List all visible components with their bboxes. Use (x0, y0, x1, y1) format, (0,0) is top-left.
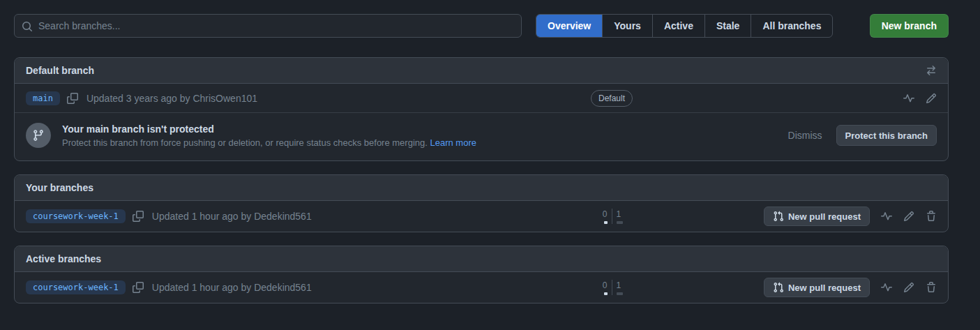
tab-yours[interactable]: Yours (602, 15, 652, 37)
rename-branch-pencil-icon[interactable] (926, 93, 937, 104)
ahead-count: 1 (617, 280, 621, 291)
your-branches-card: Your branches coursework-week-1 Updated … (14, 174, 949, 232)
copy-branch-name-button[interactable] (133, 282, 144, 293)
rename-branch-pencil-icon[interactable] (903, 211, 914, 222)
default-badge: Default (591, 90, 633, 107)
active-branches-header: Active branches (15, 246, 948, 272)
protect-branch-button[interactable]: Protect this branch (836, 125, 937, 146)
copy-branch-name-button[interactable] (133, 211, 144, 222)
activity-icon[interactable] (881, 282, 892, 293)
git-branch-icon (26, 123, 51, 148)
copy-icon (133, 282, 144, 293)
default-branch-header: Default branch (15, 58, 948, 84)
activity-icon[interactable] (903, 93, 914, 104)
notice-title: Your main branch isn't protected (62, 123, 476, 135)
branch-row-coursework: coursework-week-1 Updated 1 hour ago by … (15, 201, 948, 232)
learn-more-link[interactable]: Learn more (430, 137, 476, 148)
behind-count: 0 (603, 209, 608, 220)
ahead-count: 1 (617, 209, 621, 220)
behind-bar (604, 221, 608, 224)
git-pull-request-icon (773, 282, 784, 293)
branch-updated-meta: Updated 1 hour ago by Dedekind561 (152, 282, 312, 293)
ahead-behind-widget: 0 1 (596, 280, 628, 295)
delete-branch-trash-icon[interactable] (926, 211, 937, 222)
active-branches-card: Active branches coursework-week-1 Update… (14, 246, 949, 303)
default-branch-card: Default branch main Updated 3 years ago … (14, 57, 949, 161)
ahead-bar (617, 292, 623, 295)
branch-filter-tabs: Overview Yours Active Stale All branches (536, 14, 833, 38)
notice-description: Protect this branch from force pushing o… (62, 137, 428, 148)
new-branch-button[interactable]: New branch (870, 14, 949, 38)
activity-icon[interactable] (881, 211, 892, 222)
branch-name-link[interactable]: coursework-week-1 (26, 280, 126, 294)
ahead-bar (617, 221, 623, 224)
tab-all-branches[interactable]: All branches (751, 15, 832, 37)
branch-name-link[interactable]: coursework-week-1 (26, 209, 126, 223)
behind-count: 0 (603, 280, 608, 291)
branch-name-link[interactable]: main (26, 91, 60, 105)
rename-branch-pencil-icon[interactable] (903, 282, 914, 293)
branch-row-main: main Updated 3 years ago by ChrisOwen101… (15, 84, 948, 112)
tab-active[interactable]: Active (652, 15, 704, 37)
arrow-switch-icon[interactable] (926, 65, 937, 76)
branch-updated-meta: Updated 1 hour ago by Dedekind561 (152, 211, 312, 222)
copy-branch-name-button[interactable] (67, 93, 78, 104)
new-pull-request-button[interactable]: New pull request (764, 278, 870, 297)
copy-icon (133, 211, 144, 222)
your-branches-header: Your branches (15, 175, 948, 201)
git-pull-request-icon (773, 211, 784, 222)
branches-page: Overview Yours Active Stale All branches… (0, 0, 949, 303)
section-title: Active branches (26, 253, 101, 264)
new-pull-request-button[interactable]: New pull request (764, 207, 870, 226)
search-branches-input[interactable] (15, 15, 521, 37)
dismiss-button[interactable]: Dismiss (788, 130, 822, 141)
tab-stale[interactable]: Stale (704, 15, 751, 37)
behind-bar (604, 292, 608, 295)
branch-updated-meta: Updated 3 years ago by ChrisOwen101 (86, 93, 257, 104)
copy-icon (67, 93, 78, 104)
branches-toolbar: Overview Yours Active Stale All branches… (14, 14, 949, 38)
tab-overview[interactable]: Overview (536, 15, 602, 37)
branch-row-coursework: coursework-week-1 Updated 1 hour ago by … (15, 272, 948, 303)
branch-protection-notice: Your main branch isn't protected Protect… (15, 112, 948, 160)
delete-branch-trash-icon[interactable] (926, 282, 937, 293)
ahead-behind-widget: 0 1 (596, 209, 628, 224)
search-icon (22, 21, 33, 32)
search-box (14, 14, 522, 38)
section-title: Default branch (26, 65, 94, 76)
section-title: Your branches (26, 182, 93, 193)
